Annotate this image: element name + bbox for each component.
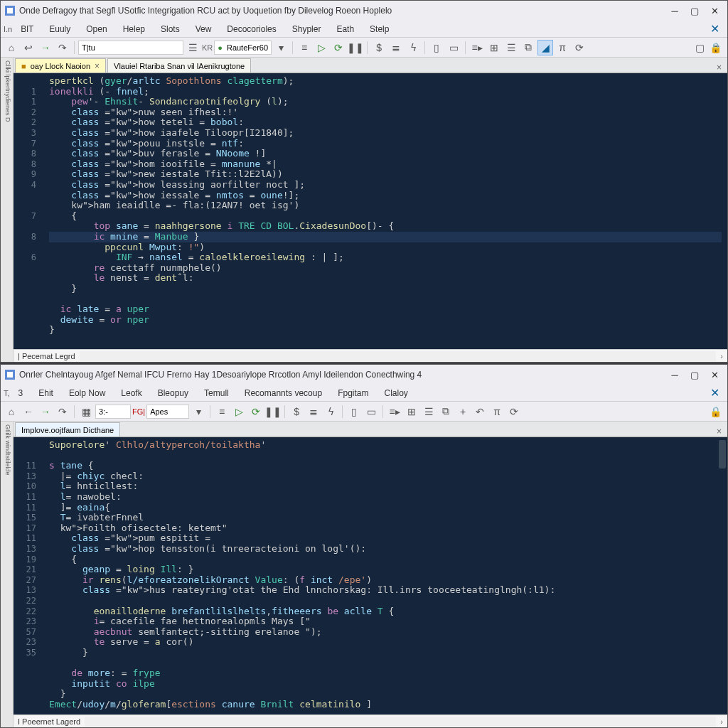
pi-icon[interactable]: π: [489, 404, 505, 419]
menu-item[interactable]: Euuly: [42, 23, 77, 36]
bottom-code-editor[interactable]: 11131011111517111319212713222223572335 S…: [14, 437, 727, 714]
scroll-right-icon[interactable]: ›: [720, 352, 723, 360]
config-dropdown[interactable]: Apes: [146, 405, 189, 419]
top-titlebar[interactable]: Onde Defragoy that Segfl USotfic Integri…: [1, 1, 727, 21]
menu-item[interactable]: Vew: [188, 23, 219, 36]
dropdown-arrow-icon[interactable]: ▾: [191, 404, 206, 419]
step-icon[interactable]: ↷: [55, 40, 70, 55]
menu-item[interactable]: Temull: [197, 387, 236, 400]
refresh-icon[interactable]: ⟳: [572, 40, 587, 55]
horizontal-scrollbar[interactable]: [85, 717, 716, 727]
menu-item[interactable]: Eath: [329, 23, 361, 36]
refresh-play-icon[interactable]: ⟳: [331, 40, 346, 55]
bottom-titlebar[interactable]: Onrler Chelntayoug Afgef Nemal IFCU Frer…: [1, 365, 727, 385]
play-icon[interactable]: ▷: [314, 40, 329, 55]
list-icon[interactable]: ≣: [388, 40, 404, 55]
config-icon[interactable]: ☰: [185, 40, 200, 55]
menu-item[interactable]: Helep: [116, 23, 152, 36]
config-dropdown[interactable]: ●RauteFer60: [214, 41, 272, 55]
maximize-button[interactable]: ▢: [685, 3, 705, 18]
bars-icon[interactable]: ☰: [503, 40, 519, 55]
grid-icon[interactable]: ⊞: [486, 40, 502, 55]
panel-icon[interactable]: ▭: [446, 40, 461, 55]
menu-item[interactable]: Fpgitam: [331, 387, 375, 400]
run-arrow-icon[interactable]: →: [38, 40, 53, 55]
window-icon[interactable]: ▢: [692, 40, 707, 55]
dollar-icon[interactable]: $: [289, 404, 304, 419]
bars-icon[interactable]: ☰: [421, 404, 437, 419]
minimize-button[interactable]: ─: [665, 3, 685, 18]
menu-brand-icon: T,: [4, 389, 10, 397]
datetime-icon[interactable]: ▦: [78, 404, 94, 419]
indent-icon[interactable]: ≡▸: [469, 40, 485, 55]
code-content[interactable]: spertkcl (gyer/arltc Sopothlons clagette…: [43, 73, 727, 349]
editor-column: ■ oay Llock Naoion × Vlauiel Rtariba Sna…: [14, 58, 727, 362]
home-icon[interactable]: ⌂: [4, 40, 19, 55]
layout-icon[interactable]: ▯: [346, 404, 362, 419]
lock-icon[interactable]: 🔒: [707, 404, 723, 419]
step-icon[interactable]: ↷: [55, 404, 70, 419]
text-input-small[interactable]: [95, 405, 131, 419]
left-sidebar-strip[interactable]: Cllki lpkertnydienes D: [1, 58, 14, 362]
undo-icon[interactable]: ↶: [472, 404, 488, 419]
tab-close-all-icon[interactable]: ×: [712, 63, 726, 73]
pi-icon[interactable]: π: [555, 40, 570, 55]
lock-icon[interactable]: 🔒: [707, 40, 723, 55]
link-icon[interactable]: ⧉: [520, 40, 536, 55]
menu-item[interactable]: Decocorioles: [220, 23, 283, 36]
back-arrow-icon[interactable]: ←: [21, 404, 36, 419]
back-icon[interactable]: ↩: [21, 40, 36, 55]
close-button[interactable]: ✕: [705, 367, 724, 382]
tab-label: Implove.oojtfaum Dicthane: [21, 426, 114, 434]
layout-icon[interactable]: ▯: [429, 40, 444, 55]
maximize-button[interactable]: ▢: [685, 367, 705, 382]
bolt-icon[interactable]: ϟ: [405, 40, 421, 55]
dollar-icon[interactable]: $: [371, 40, 387, 55]
refresh-play-icon[interactable]: ⟳: [248, 404, 264, 419]
link-icon[interactable]: ⧉: [438, 404, 454, 419]
plus-icon[interactable]: +: [455, 404, 471, 419]
code-content[interactable]: Suporelore' Clhlo/altypercoh/toilaktha' …: [43, 437, 717, 714]
menu-item[interactable]: Stelp: [363, 23, 396, 36]
menu-item[interactable]: Bleopuy: [151, 387, 196, 400]
play-icon[interactable]: ▷: [231, 404, 247, 419]
scroll-right-icon[interactable]: ›: [720, 717, 723, 726]
run-arrow-icon[interactable]: →: [38, 404, 53, 419]
dropdown-arrow-icon[interactable]: ▾: [273, 40, 289, 55]
home-icon[interactable]: ⌂: [4, 404, 19, 419]
highlight-icon[interactable]: ◢: [537, 40, 553, 55]
list-icon[interactable]: ≣: [306, 404, 321, 419]
grid-icon[interactable]: ⊞: [404, 404, 419, 419]
align-icon[interactable]: ≡: [214, 404, 230, 419]
tab-close-all-icon[interactable]: ×: [712, 427, 726, 437]
menu-item[interactable]: Slots: [154, 23, 187, 36]
bolt-icon[interactable]: ϟ: [323, 404, 338, 419]
tab-active[interactable]: Implove.oojtfaum Dicthane: [15, 422, 120, 437]
tab-inactive[interactable]: Vlauiel Rtariba Snan vil lAenikrugtone: [107, 58, 251, 73]
align-icon[interactable]: ≡: [296, 40, 312, 55]
close-button[interactable]: ✕: [705, 3, 724, 18]
menu-item[interactable]: Leofk: [114, 387, 149, 400]
menu-item[interactable]: Claloy: [377, 387, 414, 400]
pause-icon[interactable]: ❚❚: [348, 40, 363, 55]
menu-item[interactable]: 3: [11, 387, 31, 400]
menu-item[interactable]: Open: [79, 23, 114, 36]
vertical-scrollbar[interactable]: [717, 437, 727, 714]
panel-icon[interactable]: ▭: [363, 404, 379, 419]
horizontal-scrollbar[interactable]: [80, 351, 717, 361]
app-icon: [4, 368, 16, 381]
tab-close-icon[interactable]: ×: [95, 61, 100, 71]
refresh-icon[interactable]: ⟳: [506, 404, 522, 419]
menu-item[interactable]: Shypler: [285, 23, 328, 36]
tab-active[interactable]: ■ oay Llock Naoion ×: [15, 58, 106, 73]
menu-item[interactable]: Recomannts vecoup: [237, 387, 329, 400]
indent-icon[interactable]: ≡▸: [387, 404, 402, 419]
minimize-button[interactable]: ─: [665, 367, 685, 382]
menu-item[interactable]: BlT: [14, 23, 41, 36]
menu-item[interactable]: Eolp Now: [62, 387, 112, 400]
top-code-editor[interactable]: 1122378894 7 8 6 spertkcl (gyer/arltc So…: [14, 73, 727, 349]
menu-item[interactable]: Ehit: [31, 387, 60, 400]
pause-icon[interactable]: ❚❚: [265, 404, 281, 419]
text-input-small[interactable]: [78, 41, 183, 55]
left-sidebar-strip[interactable]: Gtlilk windtstilelde: [1, 422, 14, 727]
